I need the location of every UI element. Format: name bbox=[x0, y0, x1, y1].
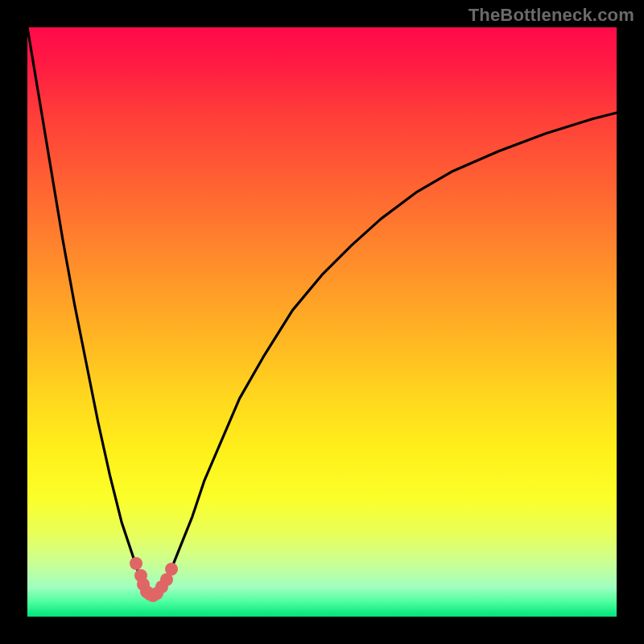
highlight-dot bbox=[130, 557, 142, 570]
highlight-dot bbox=[143, 588, 156, 601]
highlight-dot bbox=[165, 563, 178, 576]
curve-layer bbox=[27, 27, 617, 617]
curve-left-branch bbox=[27, 27, 151, 596]
highlight-dot bbox=[147, 589, 159, 602]
watermark-text: TheBottleneck.com bbox=[469, 5, 634, 26]
chart-frame: TheBottleneck.com bbox=[0, 0, 644, 644]
highlight-dot bbox=[140, 585, 153, 598]
curve-right-branch bbox=[151, 113, 617, 596]
highlight-dot bbox=[137, 578, 150, 591]
highlight-dot bbox=[160, 573, 173, 586]
highlight-dot bbox=[151, 587, 163, 600]
highlight-dot bbox=[155, 580, 168, 593]
plot-area bbox=[27, 27, 617, 617]
highlight-dot bbox=[134, 569, 147, 582]
